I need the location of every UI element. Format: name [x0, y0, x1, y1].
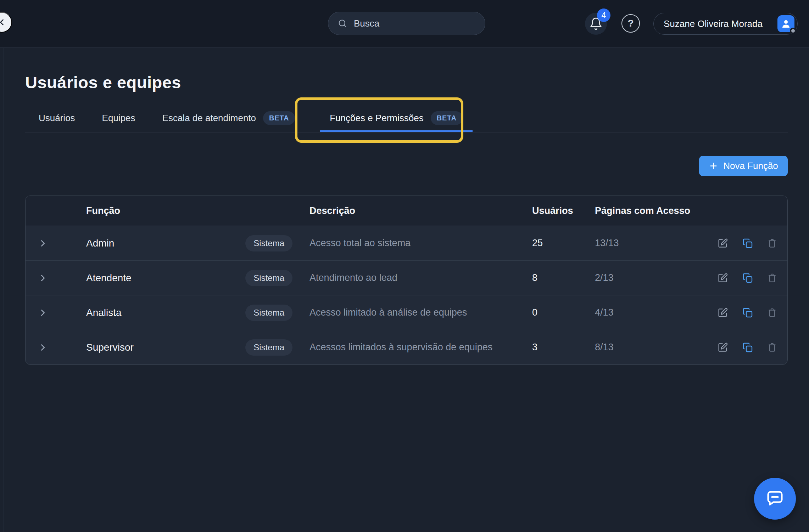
delete-role-button[interactable] — [767, 307, 777, 318]
page-title: Usuários e equipes — [25, 73, 181, 92]
tab-usuarios[interactable]: Usuários — [37, 106, 77, 132]
expand-row-button[interactable] — [38, 342, 48, 353]
system-badge: Sistema — [245, 270, 292, 286]
role-users-count: 3 — [532, 342, 595, 353]
role-pages-access: 13/13 — [595, 238, 718, 249]
sidebar-collapse-button[interactable] — [0, 12, 12, 33]
column-header-descricao: Descrição — [309, 205, 532, 216]
user-menu[interactable]: Suzane Oliveira Morada — [653, 13, 798, 35]
copy-icon — [742, 238, 753, 249]
system-badge: Sistema — [245, 339, 292, 356]
beta-badge: BETA — [431, 111, 463, 125]
avatar — [777, 15, 794, 32]
table-row: Atendente Sistema Atendimento ao lead 8 … — [26, 260, 787, 295]
edit-role-button[interactable] — [717, 307, 729, 318]
copy-icon — [742, 342, 753, 353]
beta-badge: BETA — [263, 111, 295, 125]
plus-icon — [709, 161, 718, 171]
role-description: Atendimento ao lead — [309, 272, 532, 283]
delete-role-button[interactable] — [767, 273, 777, 283]
edit-icon — [717, 272, 729, 284]
column-header-funcao: Função — [86, 205, 309, 216]
system-badge: Sistema — [245, 235, 292, 251]
search-input[interactable] — [354, 18, 476, 29]
tab-label: Equipes — [102, 113, 135, 124]
trash-icon — [767, 342, 777, 353]
tab-bar: Usuários Equipes Escala de atendimento B… — [37, 106, 473, 132]
chevron-right-icon — [38, 342, 48, 353]
chevron-right-icon — [38, 273, 48, 283]
duplicate-role-button[interactable] — [742, 307, 753, 318]
topbar: 4 ? Suzane Oliveira Morada — [0, 0, 809, 47]
search-bar — [328, 12, 485, 35]
trash-icon — [767, 307, 777, 318]
edit-role-button[interactable] — [717, 272, 729, 284]
expand-row-button[interactable] — [38, 238, 48, 249]
copy-icon — [742, 272, 753, 284]
expand-row-button[interactable] — [38, 307, 48, 318]
role-name: Supervisor — [86, 342, 134, 353]
tab-label: Usuários — [39, 113, 75, 124]
duplicate-role-button[interactable] — [742, 238, 753, 249]
duplicate-role-button[interactable] — [742, 342, 753, 353]
edit-icon — [717, 238, 729, 249]
status-dot — [790, 28, 796, 34]
delete-role-button[interactable] — [767, 342, 777, 353]
duplicate-role-button[interactable] — [742, 272, 753, 284]
person-icon — [781, 18, 791, 29]
search-icon — [337, 18, 347, 28]
sidebar-edge-divider — [4, 48, 4, 532]
tabs-divider — [25, 132, 788, 132]
chevron-right-icon — [38, 238, 48, 249]
chat-bubble-icon — [765, 488, 785, 509]
role-name: Analista — [86, 307, 122, 318]
roles-table: Função Descrição Usuários Páginas com Ac… — [25, 196, 788, 365]
notifications-button[interactable]: 4 — [585, 13, 607, 35]
delete-role-button[interactable] — [767, 238, 777, 249]
role-users-count: 0 — [532, 307, 595, 318]
edit-role-button[interactable] — [717, 238, 729, 249]
table-row: Analista Sistema Acesso limitado à análi… — [26, 295, 787, 330]
role-name: Atendente — [86, 272, 132, 284]
table-row: Supervisor Sistema Acessos limitados à s… — [26, 330, 787, 364]
chevron-right-icon — [38, 307, 48, 318]
help-button[interactable]: ? — [621, 14, 640, 33]
expand-row-button[interactable] — [38, 273, 48, 283]
copy-icon — [742, 307, 753, 318]
tab-label: Escala de atendimento — [162, 113, 256, 124]
question-mark-icon: ? — [627, 18, 634, 29]
tab-escala-de-atendimento[interactable]: Escala de atendimento BETA — [160, 106, 297, 132]
user-name: Suzane Oliveira Morada — [664, 18, 763, 29]
role-pages-access: 4/13 — [595, 307, 718, 318]
role-pages-access: 2/13 — [595, 272, 718, 283]
chat-support-button[interactable] — [754, 478, 796, 520]
edit-role-button[interactable] — [717, 342, 729, 353]
new-role-button-label: Nova Função — [723, 160, 778, 171]
role-users-count: 25 — [532, 238, 595, 249]
chevron-left-icon — [0, 17, 7, 27]
table-header-row: Função Descrição Usuários Páginas com Ac… — [26, 196, 787, 226]
edit-icon — [717, 342, 729, 353]
notification-count-badge: 4 — [597, 9, 610, 22]
table-row: Admin Sistema Acesso total ao sistema 25… — [26, 226, 787, 260]
new-role-button[interactable]: Nova Função — [699, 156, 788, 176]
trash-icon — [767, 238, 777, 249]
tab-equipes[interactable]: Equipes — [100, 106, 138, 132]
system-badge: Sistema — [245, 305, 292, 321]
column-header-paginas: Páginas com Acesso — [595, 205, 718, 216]
role-description: Acessos limitados à supervisão de equipe… — [309, 342, 532, 353]
role-description: Acesso limitado à análise de equipes — [309, 307, 532, 318]
column-header-usuarios: Usuários — [532, 205, 595, 216]
trash-icon — [767, 273, 777, 283]
role-pages-access: 8/13 — [595, 342, 718, 353]
tab-label: Funções e Permissões — [330, 113, 423, 124]
role-name: Admin — [86, 238, 114, 249]
role-description: Acesso total ao sistema — [309, 238, 532, 249]
edit-icon — [717, 307, 729, 318]
tab-funcoes-e-permissoes[interactable]: Funções e Permissões BETA — [320, 106, 473, 132]
role-users-count: 8 — [532, 272, 595, 283]
